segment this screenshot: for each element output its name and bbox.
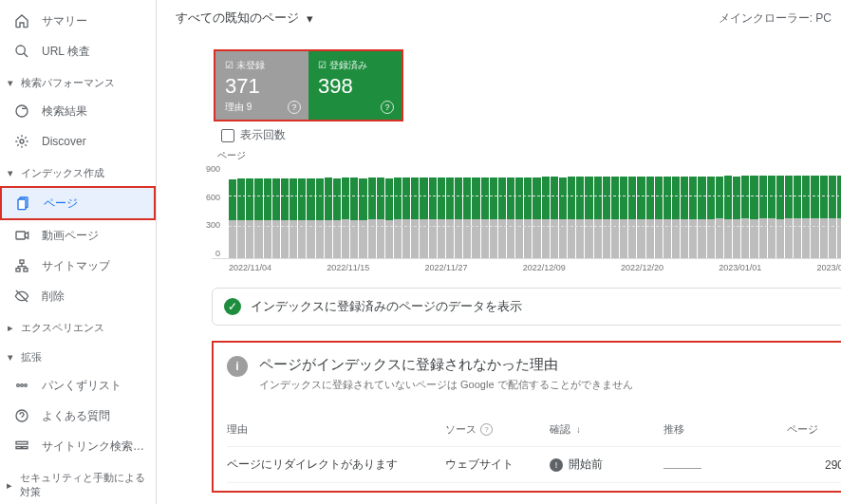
- table-row[interactable]: ページにリダイレクトがあります ウェブサイト !開始前 290: [227, 447, 841, 483]
- chevron-right-icon: ▸: [6, 322, 15, 334]
- sidebar-group-indexing[interactable]: ▾ インデックス作成: [0, 157, 156, 186]
- sidebar-item-breadcrumbs[interactable]: パンくずリスト: [0, 370, 156, 401]
- help-icon[interactable]: ?: [381, 101, 394, 114]
- chart-bar: [663, 177, 671, 258]
- reasons-subtitle: インデックスに登録されていないページは Google で配信することができません: [259, 378, 841, 392]
- sidebar-label: 動画ページ: [42, 228, 99, 244]
- sidebar-label: URL 検査: [42, 44, 90, 60]
- col-validate[interactable]: 確認: [550, 422, 663, 437]
- card-count: 371: [225, 74, 299, 99]
- warning-icon: !: [550, 458, 563, 472]
- svg-point-2: [20, 140, 24, 143]
- chart-bar: [576, 177, 584, 258]
- col-reason[interactable]: 理由: [227, 422, 445, 437]
- page-filter-dropdown[interactable]: すべての既知のページ ▾: [176, 9, 313, 27]
- sidebar-label: 検索結果: [42, 103, 87, 120]
- chart-bar: [316, 178, 324, 258]
- chart-axis-title: ページ: [217, 149, 841, 162]
- chart-bar: [325, 177, 332, 258]
- sidebar-group-label: 検索パフォーマンス: [21, 76, 115, 90]
- chart-bar: [776, 176, 784, 258]
- help-icon[interactable]: ?: [288, 101, 301, 114]
- google-icon: [13, 103, 30, 120]
- chart-bar: [794, 176, 801, 258]
- impressions-toggle[interactable]: 表示回数: [221, 127, 841, 143]
- sidebar-item-sitelinks[interactable]: サイトリンク検索ボックス: [0, 431, 156, 461]
- chart-bar: [585, 177, 592, 258]
- chart-bar: [524, 177, 532, 258]
- sitemap-icon: [13, 257, 30, 274]
- svg-rect-6: [20, 260, 24, 263]
- sidebar-label: 削除: [42, 289, 65, 305]
- discover-icon: [13, 133, 30, 150]
- sidebar-item-removals[interactable]: 削除: [0, 281, 156, 311]
- chart-bar: [603, 177, 610, 258]
- sidebar-group-security[interactable]: ▸ セキュリティと手動による対策: [0, 461, 156, 504]
- sidebar-label: ページ: [44, 196, 78, 212]
- chart-bar: [620, 177, 627, 258]
- chart-bar: [820, 176, 828, 258]
- chart-bar: [394, 177, 402, 258]
- sidebar-label: サマリー: [42, 13, 87, 29]
- sidebar-item-discover[interactable]: Discover: [0, 126, 156, 157]
- chart-bar: [733, 177, 740, 258]
- svg-point-9: [17, 384, 20, 387]
- chevron-down-icon: ▾: [6, 351, 15, 364]
- chart-bar: [472, 177, 479, 258]
- sidebar-item-pages[interactable]: ページ: [2, 188, 154, 218]
- pages-icon: [15, 195, 32, 212]
- y-axis-labels: 9006003000: [206, 164, 220, 258]
- chart-bar: [515, 177, 523, 258]
- svg-point-0: [16, 46, 25, 54]
- chart-bar: [359, 178, 366, 258]
- chart-bar: [533, 177, 540, 258]
- sidebar-group-experience[interactable]: ▸ エクスペリエンス: [0, 311, 156, 341]
- chart-bar: [837, 176, 841, 258]
- col-pages[interactable]: ページ: [787, 422, 841, 437]
- sidebar-group-performance[interactable]: ▾ 検索パフォーマンス: [0, 66, 156, 96]
- sidebar-label: サイトリンク検索ボックス: [42, 439, 148, 455]
- card-registered[interactable]: ☑ 登録済み 398 ?: [308, 51, 402, 120]
- sidebar-item-faq[interactable]: よくある質問: [0, 401, 156, 431]
- chart-bar: [628, 177, 636, 258]
- svg-rect-4: [18, 199, 26, 210]
- dropdown-label: すべての既知のページ: [176, 9, 299, 27]
- chart-bar: [438, 177, 445, 258]
- chart-bar: [420, 177, 427, 258]
- indexed-data-link[interactable]: ✓ インデックスに登録済みのページのデータを表示 ›: [212, 288, 841, 326]
- sidebar-group-extensions[interactable]: ▾ 拡張: [0, 341, 156, 370]
- col-source[interactable]: ソース?: [445, 422, 550, 437]
- chart-bar: [254, 178, 262, 258]
- chart-bar: [681, 177, 688, 258]
- col-trend[interactable]: 推移: [663, 422, 787, 437]
- card-not-registered[interactable]: ☑ 未登録 371 理由 9 ?: [215, 51, 308, 120]
- sidebar-item-sitemaps[interactable]: サイトマップ: [0, 251, 156, 281]
- chart-bar: [272, 178, 280, 258]
- card-count: 398: [318, 74, 392, 99]
- chart-bar: [594, 177, 602, 258]
- svg-rect-5: [16, 232, 25, 239]
- main-content: すべての既知のページ ▾ メインクローラー: PC ☑ 未登録 371 理由 9…: [157, 0, 841, 504]
- svg-rect-8: [24, 269, 28, 271]
- sidebar-item-summary[interactable]: サマリー: [0, 6, 156, 36]
- help-icon[interactable]: ?: [480, 423, 493, 436]
- sidebar-group-label: セキュリティと手動による対策: [20, 471, 150, 499]
- chart-bar: [829, 176, 836, 258]
- sitelinks-icon: [13, 438, 30, 455]
- sidebar-item-url-inspect[interactable]: URL 検査: [0, 36, 156, 66]
- chart-bar: [637, 177, 645, 258]
- chart-bar: [377, 177, 384, 258]
- chart-bar: [481, 177, 489, 258]
- sidebar-group-label: 拡張: [21, 350, 42, 364]
- banner-text: インデックスに登録済みのページのデータを表示: [251, 298, 522, 315]
- chart: ページ 9006003000 2022/11/042022/11/152022/…: [212, 149, 841, 272]
- sidebar-label: パンくずリスト: [42, 378, 121, 394]
- sidebar-item-search-results[interactable]: 検索結果: [0, 96, 156, 126]
- sidebar-label: Discover: [42, 135, 86, 148]
- chart-bar: [402, 177, 410, 258]
- sidebar-item-video-pages[interactable]: 動画ページ: [0, 220, 156, 251]
- chart-bar: [281, 178, 289, 258]
- faq-icon: [13, 407, 30, 424]
- chart-bar: [655, 177, 663, 258]
- chart-bar: [307, 178, 314, 258]
